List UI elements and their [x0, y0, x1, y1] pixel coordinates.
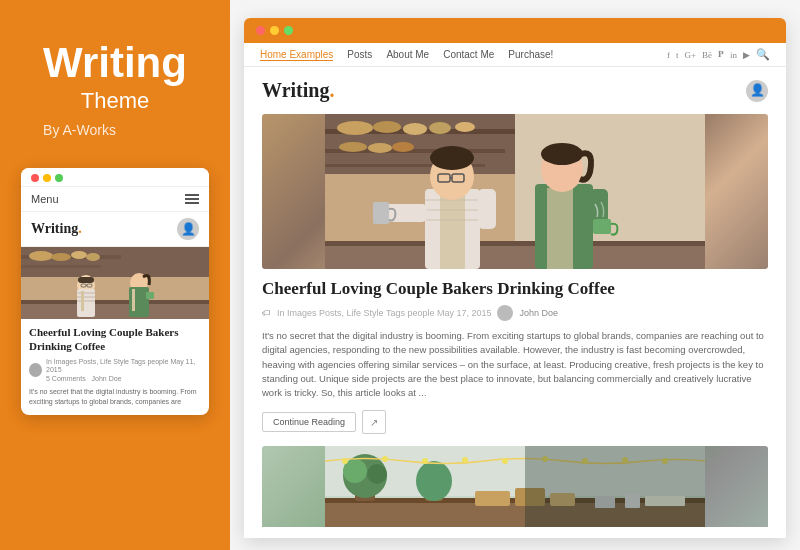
svg-rect-58 [593, 219, 611, 234]
main-post-body: It's no secret that the digital industry… [262, 329, 768, 400]
desktop-site-header: Writing. 👤 [262, 79, 768, 102]
mobile-traffic-lights [31, 174, 63, 182]
svg-point-76 [382, 456, 388, 462]
main-post-image-svg [262, 114, 768, 269]
svg-rect-22 [146, 292, 154, 299]
twitter-icon[interactable]: t [676, 50, 679, 60]
continue-reading-button[interactable]: Continue Reading [262, 412, 356, 432]
svg-point-37 [392, 142, 414, 152]
hamburger-icon[interactable] [185, 194, 199, 204]
desktop-logo: Writing. [262, 79, 334, 102]
mobile-dot-yellow [43, 174, 51, 182]
svg-rect-19 [78, 277, 94, 283]
mobile-meta-text: In Images Posts, Life Style Tags people … [46, 358, 201, 383]
svg-point-77 [422, 458, 428, 464]
svg-rect-47 [478, 189, 496, 229]
svg-rect-44 [425, 209, 480, 211]
mobile-browser-chrome [21, 168, 209, 187]
second-post-svg [262, 446, 768, 527]
mobile-logo: Writing. [31, 221, 82, 237]
mobile-menu-label: Menu [31, 193, 59, 205]
nav-link-purchase[interactable]: Purchase! [508, 49, 553, 60]
svg-rect-15 [77, 300, 95, 302]
svg-rect-1 [21, 247, 209, 277]
share-button[interactable]: ↗ [362, 410, 386, 434]
left-panel: Writing Theme By A-Works Menu Writing. [0, 0, 230, 550]
desktop-nav-links: Home Examples Posts About Me Contact Me … [260, 49, 553, 61]
svg-rect-84 [525, 446, 705, 527]
svg-rect-53 [373, 202, 389, 224]
svg-point-30 [337, 121, 373, 135]
svg-rect-13 [77, 292, 95, 294]
mobile-dot-red [31, 174, 39, 182]
svg-rect-23 [81, 291, 84, 311]
gplus-icon[interactable]: G+ [684, 50, 696, 60]
svg-point-31 [373, 121, 401, 133]
mobile-logo-bar: Writing. 👤 [21, 212, 209, 247]
svg-point-36 [368, 143, 392, 153]
desktop-traffic-lights [256, 26, 293, 35]
svg-point-34 [455, 122, 475, 132]
svg-point-68 [416, 461, 452, 501]
svg-point-7 [86, 253, 100, 261]
main-post-title: Cheerful Loving Couple Bakers Drinking C… [262, 279, 768, 299]
svg-point-79 [502, 458, 508, 464]
search-icon[interactable]: 🔍 [756, 48, 770, 61]
svg-point-4 [29, 251, 53, 261]
desktop-dot-red [256, 26, 265, 35]
desktop-social-icons: f t G+ Bē 𝐏 in ▶ 🔍 [667, 48, 770, 61]
svg-point-6 [71, 251, 87, 259]
svg-rect-46 [385, 204, 427, 222]
mobile-avatar [29, 363, 42, 377]
desktop-user-icon[interactable]: 👤 [746, 80, 768, 102]
svg-point-75 [342, 458, 348, 464]
nav-link-home[interactable]: Home Examples [260, 49, 333, 61]
post-author-name: John Doe [519, 308, 558, 318]
svg-rect-57 [590, 189, 608, 224]
svg-rect-41 [325, 241, 705, 246]
svg-rect-9 [21, 302, 209, 319]
mobile-post-image [21, 247, 209, 319]
desktop-dot-green [284, 26, 293, 35]
post-actions: Continue Reading ↗ [262, 410, 768, 434]
nav-link-about[interactable]: About Me [386, 49, 429, 60]
desktop-content: Writing. 👤 [244, 67, 786, 527]
main-post-image [262, 114, 768, 269]
svg-point-32 [403, 123, 427, 135]
mobile-post-title: Cheerful Loving Couple Bakers Drinking C… [21, 319, 209, 358]
mobile-nav-bar: Menu [21, 187, 209, 212]
desktop-browser-chrome [244, 18, 786, 43]
mobile-post-image-svg [21, 247, 209, 319]
svg-point-66 [367, 464, 387, 484]
facebook-icon[interactable]: f [667, 50, 670, 60]
theme-title: Writing Theme By A-Works [43, 40, 187, 138]
svg-point-35 [339, 142, 367, 152]
post-author-avatar [497, 305, 513, 321]
mobile-user-icon[interactable]: 👤 [177, 218, 199, 240]
pinterest-icon[interactable]: 𝐏 [718, 49, 724, 60]
svg-point-78 [462, 457, 468, 463]
mobile-post-body: It's no secret that the digital industry… [21, 387, 209, 415]
svg-rect-45 [425, 219, 480, 221]
svg-rect-3 [21, 265, 101, 268]
svg-point-49 [430, 146, 474, 170]
svg-rect-40 [325, 244, 705, 269]
mobile-preview: Menu Writing. 👤 [21, 168, 209, 414]
svg-point-5 [51, 253, 71, 261]
mobile-dot-green [55, 174, 63, 182]
second-post-image [262, 446, 768, 527]
category-icon: 🏷 [262, 308, 271, 318]
svg-rect-10 [21, 300, 209, 304]
behance-icon[interactable]: Bē [702, 50, 712, 60]
nav-link-posts[interactable]: Posts [347, 49, 372, 60]
youtube-icon[interactable]: ▶ [743, 50, 750, 60]
post-meta-text: In Images Posts, Life Style Tags people … [277, 308, 491, 318]
desktop-preview: Home Examples Posts About Me Contact Me … [244, 18, 786, 538]
svg-point-33 [429, 122, 451, 134]
nav-link-contact[interactable]: Contact Me [443, 49, 494, 60]
main-post-meta: 🏷 In Images Posts, Life Style Tags peopl… [262, 305, 768, 321]
svg-rect-69 [475, 491, 510, 506]
svg-rect-14 [77, 296, 95, 298]
instagram-icon[interactable]: in [730, 50, 737, 60]
desktop-dot-yellow [270, 26, 279, 35]
